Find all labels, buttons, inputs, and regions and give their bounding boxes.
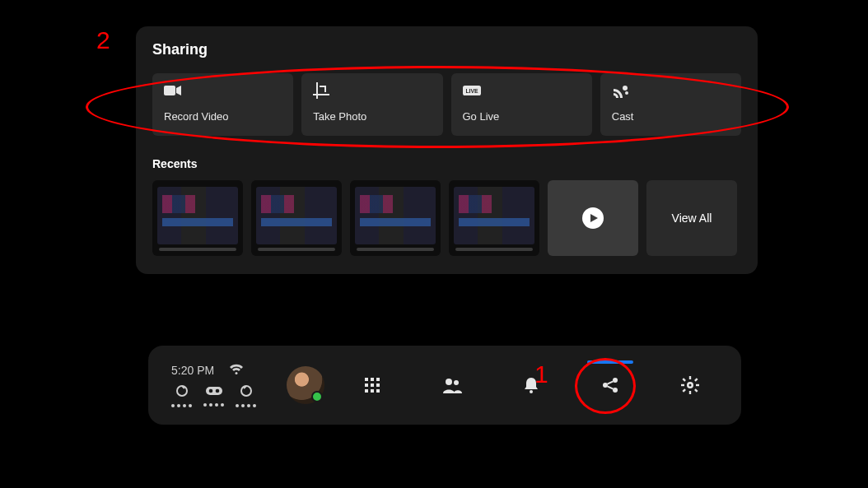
svg-point-8 [208, 388, 212, 393]
svg-rect-30 [682, 378, 686, 382]
gear-icon [681, 376, 699, 394]
take-photo-label: Take Photo [313, 110, 431, 123]
cast-icon [612, 83, 630, 98]
svg-rect-33 [682, 388, 686, 393]
share-icon [602, 377, 618, 393]
svg-point-3 [623, 86, 628, 91]
svg-rect-32 [694, 378, 698, 382]
play-icon [582, 207, 604, 229]
people-button[interactable] [429, 362, 475, 408]
svg-rect-31 [694, 388, 698, 393]
wifi-icon [229, 364, 244, 378]
go-live-label: Go Live [463, 110, 581, 123]
share-button[interactable] [587, 362, 633, 408]
take-photo-button[interactable]: Take Photo [301, 73, 442, 136]
controller-left-icon [171, 384, 192, 407]
svg-rect-15 [371, 383, 374, 387]
controller-right-icon [236, 384, 256, 407]
svg-point-25 [613, 388, 618, 393]
recent-thumbnail[interactable] [350, 180, 441, 256]
sharing-title: Sharing [152, 41, 741, 58]
svg-rect-7 [206, 387, 222, 395]
dock-indicators [171, 384, 256, 407]
live-icon: LIVE [463, 83, 481, 98]
active-tab-indicator [587, 360, 633, 364]
svg-point-23 [613, 378, 618, 383]
svg-rect-27 [689, 391, 691, 394]
recent-thumbnail[interactable] [152, 180, 243, 256]
svg-point-24 [603, 383, 608, 388]
settings-button[interactable] [667, 362, 713, 408]
cast-button[interactable]: Cast [600, 73, 741, 136]
svg-rect-26 [689, 376, 691, 379]
dock-status: 5:20 PM [160, 364, 283, 407]
svg-rect-28 [681, 384, 684, 386]
recents-title: Recents [152, 157, 741, 170]
dock-bar: 5:20 PM [148, 346, 741, 425]
people-icon [442, 377, 462, 393]
recents-row: View All [152, 180, 741, 256]
svg-rect-29 [696, 384, 699, 386]
svg-point-10 [241, 386, 251, 396]
dock-icons [333, 346, 730, 425]
svg-rect-0 [164, 86, 175, 95]
svg-point-6 [177, 386, 187, 396]
svg-rect-18 [371, 389, 374, 393]
clock-time: 5:20 PM [171, 364, 214, 377]
svg-text:LIVE: LIVE [465, 88, 478, 94]
svg-point-9 [215, 388, 219, 393]
recent-play-button[interactable] [548, 180, 638, 256]
svg-rect-19 [376, 389, 380, 393]
svg-point-21 [454, 380, 459, 385]
svg-rect-14 [365, 383, 368, 387]
svg-rect-11 [365, 378, 368, 381]
avatar[interactable] [287, 366, 324, 404]
svg-rect-16 [376, 383, 380, 387]
apps-grid-icon [364, 377, 380, 393]
view-all-label: View All [672, 211, 712, 225]
recent-thumbnail[interactable] [251, 180, 342, 256]
headset-icon [203, 385, 224, 407]
record-video-label: Record Video [164, 110, 282, 123]
sharing-actions-row: Record Video Take Photo LIVE Go Live Cas… [152, 73, 741, 136]
annotation-label-1: 1 [534, 360, 548, 388]
svg-rect-12 [371, 378, 374, 381]
crop-photo-icon [313, 83, 331, 98]
apps-button[interactable] [349, 362, 395, 408]
svg-point-4 [625, 91, 628, 95]
svg-point-20 [446, 379, 452, 385]
go-live-button[interactable]: LIVE Go Live [451, 73, 592, 136]
svg-point-22 [530, 390, 533, 393]
recent-thumbnail[interactable] [449, 180, 539, 256]
record-video-icon [164, 83, 182, 98]
svg-rect-13 [376, 378, 380, 381]
cast-label: Cast [612, 110, 730, 123]
record-video-button[interactable]: Record Video [152, 73, 293, 136]
sharing-panel: Sharing Record Video Take Photo LIVE Go … [136, 26, 758, 274]
view-all-button[interactable]: View All [646, 180, 737, 256]
annotation-label-2: 2 [96, 26, 110, 54]
svg-rect-17 [365, 389, 368, 393]
